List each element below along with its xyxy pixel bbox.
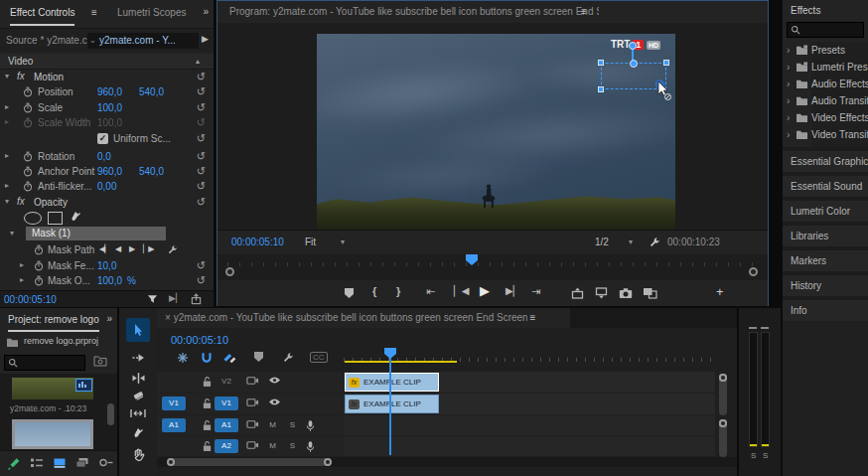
zoom-slider[interactable] [98,457,114,468]
track-v1-target[interactable]: V1 [215,397,238,410]
hand-tool[interactable] [126,445,150,465]
tab-lumetri-scopes[interactable]: Lumetri Scopes [117,7,186,18]
playback-resolution-select[interactable]: 1/2 [595,237,609,247]
tab-effect-controls[interactable]: Effect Controls [10,7,74,26]
sync-lock-icon[interactable] [246,376,259,386]
twirl-closed-icon[interactable]: › [787,59,790,76]
captions-icon[interactable]: CC [310,352,328,363]
collapse-icon[interactable]: ▴ [196,54,200,69]
anti-flicker-row[interactable]: ▸ Anti-flicker... 0,00 ↺ [0,179,214,194]
toggle-track-output-eye-icon[interactable] [268,376,281,385]
track-v1-source[interactable]: V1 [162,397,186,410]
lock-icon[interactable] [203,419,212,431]
track-v2-header[interactable]: V2 [157,372,344,393]
track-mask-forward-icon[interactable]: ▶ [129,244,134,253]
uniform-scale-row[interactable]: ✓ Uniform Sc... ↺ [0,131,214,149]
scrollbar-thumb[interactable] [167,458,332,466]
go-to-in-icon[interactable]: ⇤ [426,285,435,298]
step-back-icon[interactable]: ▏◀ [454,285,469,296]
reset-icon[interactable]: ↺ [197,71,206,82]
twirl-open-icon[interactable]: ▾ [5,72,9,80]
stopwatch-icon[interactable] [23,102,33,113]
panel-menu-icon[interactable]: ≡ [581,1,587,23]
timeline-settings-wrench-icon[interactable] [282,352,294,364]
tab-project[interactable]: Project: remove logo [8,314,99,332]
scroll-left-handle[interactable] [167,458,175,466]
track-mask-back-one-icon[interactable]: ◀▏ [99,244,109,253]
track-mask-backward-icon[interactable]: ◀ [115,244,120,253]
twirl-closed-icon[interactable]: › [787,76,790,92]
reset-icon[interactable]: ↺ [197,274,206,286]
position-row[interactable]: Position 960,0 540,0 ↺ [0,84,214,99]
ripple-edit-tool[interactable] [126,368,150,388]
effect-controls-timecode[interactable]: 00:00:05:10 [4,294,57,305]
timeline-timecode[interactable]: 00:00:05:10 [171,334,228,346]
add-marker-icon[interactable] [254,352,263,362]
track-a2-target[interactable]: A2 [215,439,238,453]
audio-tracks-scrollbar[interactable] [719,419,727,457]
stopwatch-icon[interactable] [34,275,44,286]
track-a1-target[interactable]: A1 [215,418,238,432]
mute-track-button[interactable]: M [266,418,279,431]
motion-effect-row[interactable]: ▾ fx Motion ↺ [0,70,214,84]
stopwatch-icon[interactable] [23,151,33,162]
timeline-horizontal-scrollbar[interactable] [157,457,737,467]
sync-lock-icon[interactable] [246,397,259,407]
twirl-closed-icon[interactable]: › [787,42,790,59]
project-writable-pencil-icon[interactable] [7,457,20,470]
panel-menu-icon[interactable]: ≡ [529,312,535,323]
scroll-right-handle[interactable] [324,458,332,466]
icon-view-icon[interactable] [53,457,67,469]
panel-flyout-icon[interactable]: ▶ [202,34,209,44]
sync-lock-icon[interactable] [246,419,259,429]
mask-item-row[interactable]: ▾ Mask (1) [0,227,214,242]
timeline-playhead-line[interactable] [389,348,391,455]
twirl-closed-icon[interactable]: › [787,92,790,109]
uniform-scale-checkbox[interactable]: ✓ [97,133,108,144]
pen-tool[interactable] [126,423,150,443]
rect-mask-tool-icon[interactable] [48,212,63,225]
track-a1-lane[interactable] [344,415,715,435]
linked-selection-icon[interactable] [222,352,236,364]
panel-header-info[interactable]: Info [783,300,868,321]
program-zoom-scrollbar[interactable] [225,267,758,277]
stopwatch-icon[interactable] [23,86,33,97]
voiceover-record-mic-icon[interactable] [306,440,315,453]
freeform-view-icon[interactable] [75,457,89,469]
mask-midpoint-handle[interactable] [630,60,638,68]
voiceover-record-mic-icon[interactable] [306,419,315,432]
reset-icon[interactable]: ↺ [197,259,206,271]
panel-menu-icon[interactable]: ≡ [91,7,97,18]
play-button[interactable]: ▶ [480,283,490,298]
panel-header-essential-graphics[interactable]: Essential Graphics [783,151,868,172]
panel-overflow-chevron[interactable]: » [106,313,112,324]
scale-row[interactable]: ▸ Scale 100,0 ↺ [0,100,214,115]
reset-icon[interactable]: ↺ [197,85,206,97]
effects-bin-audio-transitions[interactable]: › Audio Transitions [783,92,868,109]
razor-tool[interactable] [126,386,150,405]
video-section-header[interactable]: Video ▴ [0,54,214,70]
extract-icon[interactable] [595,287,608,299]
panel-header-essential-sound[interactable]: Essential Sound [783,176,868,197]
twirl-open-icon[interactable]: ▾ [5,197,9,206]
clip-name[interactable]: y2mate.com - ... [10,403,71,413]
export-icon[interactable] [191,293,202,305]
lift-icon[interactable] [571,287,584,299]
effects-search-input[interactable] [787,22,864,38]
mask-tracking-options-icon[interactable] [167,244,178,255]
pen-mask-tool-icon[interactable] [70,211,81,224]
scroll-handle[interactable] [719,419,727,427]
nest-sequence-icon[interactable] [177,352,189,364]
anchor-x-value[interactable]: 960,0 [97,166,122,177]
button-editor-plus-icon[interactable]: + [716,284,724,299]
add-marker-icon[interactable] [345,288,354,298]
position-y-value[interactable]: 540,0 [139,86,164,97]
effects-panel-title[interactable]: Effects [791,5,820,16]
effects-bin-presets[interactable]: › Presets [783,42,868,59]
mask-item[interactable]: Mask (1) [26,227,166,240]
mask-vertex-handle[interactable] [663,60,669,66]
search-bin-icon[interactable] [93,355,107,367]
solo-right-button[interactable]: S [763,451,768,460]
mute-track-button[interactable]: M [266,439,279,452]
mask-feather-row[interactable]: ▸ Mask Fe... 10,0 ↺ [0,258,214,273]
